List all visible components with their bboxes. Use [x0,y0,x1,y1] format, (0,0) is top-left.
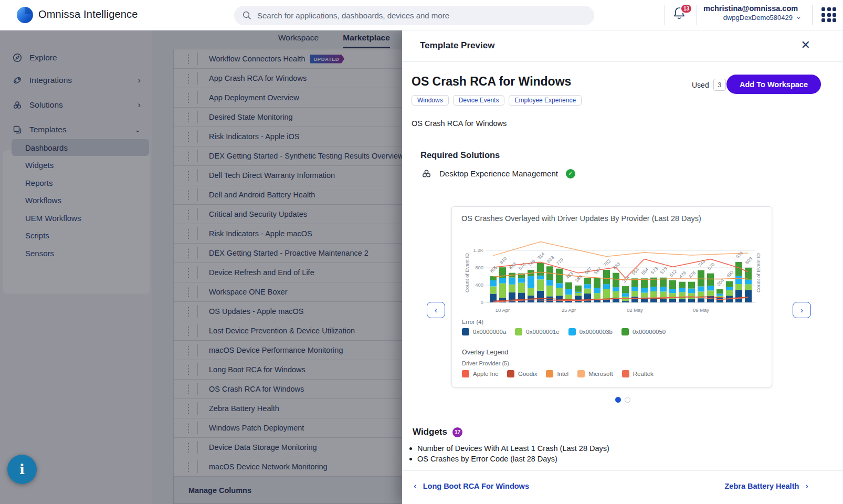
omnissa-logo-icon [17,7,33,23]
template-tags: WindowsDevice EventsEmployee Experience [412,95,582,106]
panel-footer: ‹ Long Boot RCA For Windows Zebra Batter… [402,470,843,504]
y-axis-label-right: Count of Event ID [755,244,761,302]
carousel-next-button[interactable]: › [793,302,811,318]
svg-text:800: 800 [475,265,483,270]
legend-item: Microsoft [577,370,613,377]
widget-list-label: OS Crashes by Error Code (last 28 Days) [417,455,557,463]
global-search[interactable] [234,6,594,25]
chevron-left-icon: ‹ [414,481,417,491]
svg-text:605: 605 [489,265,499,274]
svg-text:803: 803 [744,256,754,266]
template-tag: Windows [412,95,449,106]
panel-title: Template Preview [420,40,494,51]
svg-text:400: 400 [475,282,483,288]
svg-text:476: 476 [688,270,697,280]
prev-template-link[interactable]: ‹ Long Boot RCA For Windows [414,481,529,491]
legend-swatch [515,328,522,335]
svg-text:810: 810 [499,256,508,265]
svg-text:512: 512 [669,269,678,278]
check-icon: ✓ [566,169,575,178]
required-solutions-title: Required Solutions [420,150,500,160]
search-icon [243,11,251,20]
svg-text:670: 670 [518,262,527,271]
svg-text:683: 683 [612,261,621,271]
chevron-down-icon[interactable]: ⌄ [795,12,802,21]
legend-label: Intel [557,371,568,377]
svg-text:476: 476 [678,270,688,280]
legend-label: Microsoft [588,371,613,377]
error-legend: 0x0000000a0x0000001e0x0000003b0x00000050 [462,328,666,335]
svg-text:374: 374 [621,275,631,284]
svg-text:749: 749 [527,258,536,268]
search-input[interactable] [257,11,586,20]
legend-swatch [462,328,469,335]
legend-item: Goodix [507,370,537,377]
svg-text:752: 752 [603,258,612,268]
y-axis-label-left: Count of Event ID [464,244,470,302]
svg-text:18 Apr: 18 Apr [496,307,510,313]
legend-label: 0x0000001e [526,329,559,335]
svg-text:934: 934 [735,250,744,260]
panel-header: Template Preview ✕ [402,30,843,61]
solution-row: Desktop Experience Management ✓ [422,169,575,178]
svg-text:554: 554 [631,267,640,276]
legend-label: 0x0000003b [579,329,613,335]
user-menu[interactable]: mchristina@omnissa.com dwpgDexDemo580429 [703,4,793,22]
legend-item: Apple Inc [462,370,498,377]
notification-count-badge: 13 [680,4,692,14]
svg-text:573: 573 [650,266,659,276]
template-preview-panel: Template Preview ✕ OS Crash RCA for Wind… [402,30,843,504]
bullet-dot [409,458,412,460]
brand-title: Omnissa Intelligence [38,8,138,20]
svg-text:463: 463 [565,271,574,280]
app-root: Omnissa Intelligence 13 mchristina@omnis… [0,0,843,504]
template-description: OS Crash RCA for Windows [412,119,507,128]
add-to-workspace-button[interactable]: Add To Workspace [726,75,821,94]
widgets-list: Number of Devices With At Least 1 Crash … [409,444,609,465]
carousel-dot[interactable] [615,397,621,403]
widget-list-item: OS Crashes by Error Code (last 28 Days) [409,455,609,463]
modal-dim-overlay[interactable] [0,30,402,504]
driver-provider-title: Driver Provider (5) [462,360,509,366]
template-tag: Device Events [453,95,505,106]
close-icon[interactable]: ✕ [801,38,810,52]
template-tag: Employee Experience [509,95,582,106]
legend-label: 0x00000050 [633,329,666,335]
header-divider [812,5,813,25]
svg-text:573: 573 [659,266,669,276]
info-button[interactable]: i [7,455,37,484]
prev-template-label: Long Boot RCA For Windows [423,482,529,490]
legend-label: Realtek [633,371,654,377]
svg-text:1.2K: 1.2K [473,247,483,253]
used-indicator: Used 3 [692,79,726,91]
svg-text:554: 554 [640,267,650,276]
solutions-icon [422,169,431,178]
svg-text:09 May: 09 May [693,307,709,313]
widgets-title: Widgets [413,427,447,437]
widgets-count-badge: 17 [452,427,462,437]
user-email: mchristina@omnissa.com [703,4,793,13]
svg-text:25 Apr: 25 Apr [562,307,576,313]
svg-text:670: 670 [707,262,716,271]
legend-item: Realtek [622,370,654,377]
svg-text:683: 683 [508,261,518,271]
chevron-right-icon: › [805,481,808,491]
carousel-prev-button[interactable]: ‹ [427,302,445,318]
notifications-bell-icon[interactable]: 13 [673,6,691,24]
overlay-legend-title: Overlay Legend [462,349,508,356]
chart-preview-card: OS Crashes Overlayed with Driver Updates… [451,206,772,387]
svg-text:914: 914 [536,251,546,260]
svg-text:02 May: 02 May [627,307,643,313]
next-template-link[interactable]: Zebra Battery Health › [725,481,809,491]
svg-text:389: 389 [574,274,584,284]
legend-label: Apple Inc [473,371,498,377]
widgets-header: Widgets 17 [413,427,462,437]
carousel-dot[interactable] [625,397,630,403]
widget-list-label: Number of Devices With At Least 1 Crash … [417,444,609,453]
header-divider [665,5,665,25]
app-launcher-grid-icon[interactable] [821,7,838,24]
legend-label: 0x0000000a [473,329,506,335]
chart-title: OS Crashes Overlayed with Driver Updates… [461,214,701,223]
legend-label: Goodix [518,371,537,377]
legend-item: 0x0000003b [568,328,613,335]
